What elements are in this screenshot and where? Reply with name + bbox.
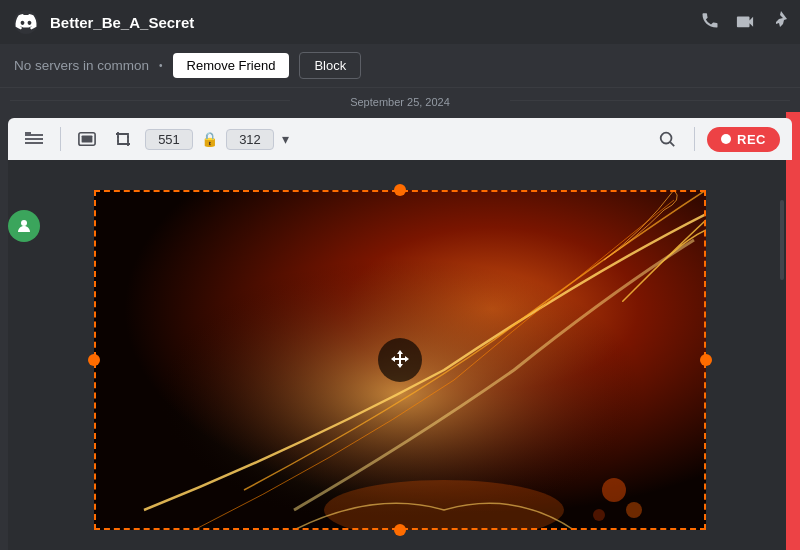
username-label: Better_Be_A_Secret <box>50 14 690 31</box>
width-value[interactable]: 551 <box>145 129 193 150</box>
height-input-group: 312 <box>226 129 274 150</box>
dropdown-button[interactable]: ▾ <box>282 131 289 147</box>
date-label: September 25, 2024 <box>350 96 450 108</box>
title-bar: Better_Be_A_Secret <box>0 0 800 44</box>
remove-friend-button[interactable]: Remove Friend <box>173 53 290 78</box>
no-servers-text: No servers in common <box>14 58 149 73</box>
rec-dot-icon <box>721 134 731 144</box>
divider-1 <box>60 127 61 151</box>
dot-separator: • <box>159 60 163 71</box>
handle-right-center[interactable] <box>700 354 712 366</box>
screen-capture-icon-btn[interactable] <box>73 125 101 153</box>
screenshare-toolbar: 551 🔒 312 ▾ REC <box>8 118 792 160</box>
move-cursor-icon[interactable] <box>378 338 422 382</box>
layout-icon-btn[interactable] <box>20 125 48 153</box>
svg-point-8 <box>661 133 672 144</box>
rec-label: REC <box>737 132 766 147</box>
lock-icon: 🔒 <box>201 131 218 147</box>
width-input-group: 551 <box>145 129 193 150</box>
capture-region[interactable] <box>94 190 706 530</box>
search-button[interactable] <box>652 124 682 154</box>
screenshare-content <box>8 160 792 550</box>
svg-point-16 <box>21 220 27 226</box>
handle-bottom-center[interactable] <box>394 524 406 536</box>
rec-button[interactable]: REC <box>707 127 780 152</box>
friend-bar: No servers in common • Remove Friend Blo… <box>0 44 800 88</box>
svg-rect-7 <box>118 134 128 144</box>
svg-point-13 <box>602 478 626 502</box>
svg-rect-6 <box>82 135 93 142</box>
crop-icon-btn[interactable] <box>109 125 137 153</box>
avatar <box>8 210 40 242</box>
pin-icon[interactable] <box>770 10 788 35</box>
height-value[interactable]: 312 <box>226 129 274 150</box>
date-separator: September 25, 2024 <box>0 88 800 112</box>
block-button[interactable]: Block <box>299 52 361 79</box>
scrollbar[interactable] <box>780 200 784 280</box>
handle-top-center[interactable] <box>394 184 406 196</box>
divider-2 <box>694 127 695 151</box>
handle-left-center[interactable] <box>88 354 100 366</box>
svg-line-9 <box>670 142 674 146</box>
svg-point-15 <box>593 509 605 521</box>
right-strip <box>786 112 800 550</box>
discord-logo <box>12 8 40 36</box>
title-bar-actions <box>700 10 788 35</box>
svg-point-14 <box>626 502 642 518</box>
video-icon[interactable] <box>734 11 756 34</box>
call-icon[interactable] <box>700 10 720 35</box>
